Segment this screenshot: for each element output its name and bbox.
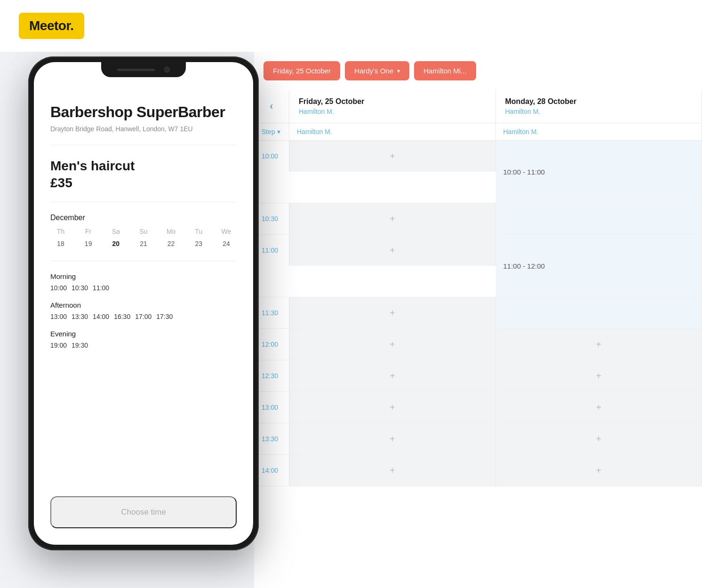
- cal-header-sa: Sa: [105, 228, 126, 235]
- month-label: December: [50, 214, 237, 222]
- slot-1000-col2: 10:00 - 11:00: [496, 141, 702, 203]
- time-label-1100: 11:00: [254, 235, 289, 266]
- plus-icon-1030: +: [390, 214, 395, 223]
- cal-header-su: Su: [133, 228, 154, 235]
- slot-1300-col2[interactable]: +: [496, 392, 702, 423]
- location-filter-label: Hardy's One: [354, 67, 393, 75]
- slot-1200-col1[interactable]: +: [289, 329, 496, 360]
- location-filter-pill[interactable]: Hardy's One ▾: [345, 61, 409, 80]
- afternoon-slot-4[interactable]: 16:30: [114, 313, 130, 320]
- cal-header-we: We: [216, 228, 237, 235]
- time-grid: 10:00 + 10:00 - 11:00 10:30 + 11:00: [254, 141, 702, 588]
- plus-icon-1230: +: [390, 371, 395, 381]
- time-row-1330: 13:30 + +: [254, 423, 702, 455]
- col2-staff: Hamilton M.: [505, 108, 693, 115]
- afternoon-slots: 13:00 13:30 14:00 16:30 17:00 17:30: [50, 313, 237, 320]
- morning-label: Morning: [50, 272, 237, 280]
- time-row-1200: 12:00 + +: [254, 329, 702, 360]
- slot-1300-col1[interactable]: +: [289, 392, 496, 423]
- main-content: Barbershop SuperBarber Drayton Bridge Ro…: [0, 52, 702, 588]
- cal-header-th: Th: [50, 228, 71, 235]
- plus-icon-1330-c2: +: [596, 434, 601, 444]
- time-label-1200: 12:00: [254, 329, 289, 360]
- time-label-1400: 14:00: [254, 455, 289, 486]
- cal-day-19: 19: [78, 238, 99, 249]
- divider-1: [50, 145, 237, 145]
- afternoon-slot-2[interactable]: 13:30: [72, 313, 88, 320]
- phone-outer: Barbershop SuperBarber Drayton Bridge Ro…: [28, 56, 259, 550]
- cal-day-23: 23: [188, 238, 209, 249]
- afternoon-label: Afternoon: [50, 301, 237, 309]
- afternoon-slot-5[interactable]: 17:00: [135, 313, 152, 320]
- evening-slot-1[interactable]: 19:00: [50, 342, 67, 349]
- phone-screen: Barbershop SuperBarber Drayton Bridge Ro…: [34, 62, 253, 545]
- afternoon-slot-3[interactable]: 14:00: [93, 313, 109, 320]
- cal-header-tu: Tu: [188, 228, 209, 235]
- evening-section: Evening 19:00 19:30: [50, 330, 237, 349]
- schedule-header: ‹ Friday, 25 October Hamilton M. Monday,…: [254, 90, 702, 123]
- plus-icon-1100: +: [390, 246, 395, 255]
- morning-slots: 10:00 10:30 11:00: [50, 284, 237, 292]
- phone-notch: [101, 62, 186, 77]
- step-label: Step: [262, 128, 275, 135]
- step-arrow-icon: ▾: [277, 128, 280, 135]
- notch-bar: [117, 69, 155, 71]
- status-bar: [50, 86, 237, 100]
- col2-header: Monday, 28 October Hamilton M.: [496, 90, 702, 123]
- logo-text: Meetor.: [29, 18, 74, 33]
- afternoon-slot-1[interactable]: 13:00: [50, 313, 67, 320]
- calendar-days-row: 18 19 20 21 22 23 24: [50, 238, 237, 249]
- slot-1400-col2[interactable]: +: [496, 455, 702, 486]
- slot-1130-col2: [496, 297, 702, 328]
- col1-date: Friday, 25 October: [299, 97, 486, 106]
- col1-staff: Hamilton M.: [299, 108, 486, 115]
- slot-1230-col1[interactable]: +: [289, 360, 496, 391]
- nav-back-cell[interactable]: ‹: [254, 90, 289, 123]
- schedule-panel: Friday, 25 October Hardy's One ▾ Hamilto…: [254, 52, 702, 588]
- slot-1130-col1[interactable]: +: [289, 297, 496, 328]
- cal-header-mo: Mo: [161, 228, 182, 235]
- afternoon-slot-6[interactable]: 17:30: [156, 313, 173, 320]
- time-row-1000: 10:00 + 10:00 - 11:00: [254, 141, 702, 203]
- service-name: Men's haircut: [50, 159, 237, 174]
- plus-icon-1130: +: [390, 308, 395, 318]
- slot-1100-col1[interactable]: +: [289, 235, 496, 266]
- morning-slot-3[interactable]: 11:00: [93, 284, 109, 292]
- slot-1330-col1[interactable]: +: [289, 423, 496, 454]
- time-label-1300: 13:00: [254, 392, 289, 423]
- cal-header-fr: Fr: [78, 228, 99, 235]
- cal-day-22: 22: [161, 238, 182, 249]
- plus-icon-1300: +: [390, 403, 395, 412]
- evening-slot-2[interactable]: 19:30: [72, 342, 88, 349]
- location-chevron-icon: ▾: [397, 68, 400, 74]
- morning-slot-2[interactable]: 10:30: [72, 284, 88, 292]
- morning-section: Morning 10:00 10:30 11:00: [50, 272, 237, 292]
- col1-header: Friday, 25 October Hamilton M.: [289, 90, 496, 123]
- choose-time-button[interactable]: Choose time: [50, 496, 237, 528]
- plus-icon-1200: +: [390, 340, 395, 349]
- plus-icon-1330: +: [390, 434, 395, 444]
- slot-1200-col2[interactable]: +: [496, 329, 702, 360]
- divider-3: [50, 261, 237, 261]
- shop-name: Barbershop SuperBarber: [50, 103, 237, 121]
- slot-1030-col2: [496, 203, 702, 234]
- slot-1400-col1[interactable]: +: [289, 455, 496, 486]
- phone-container: Barbershop SuperBarber Drayton Bridge Ro…: [28, 56, 259, 550]
- time-label-1230: 12:30: [254, 360, 289, 391]
- step-cell[interactable]: Step ▾: [254, 123, 289, 140]
- service-price: £35: [50, 175, 237, 191]
- col2-step-staff-label: Hamilton M.: [503, 128, 539, 135]
- slot-1030-col1[interactable]: +: [289, 203, 496, 234]
- slot-1230-col2[interactable]: +: [496, 360, 702, 391]
- slot-1000-col1[interactable]: +: [289, 141, 496, 172]
- time-row-1300: 13:00 + +: [254, 392, 702, 423]
- staff-filter-pill[interactable]: Hamilton Mi...: [414, 61, 476, 80]
- morning-slot-1[interactable]: 10:00: [50, 284, 67, 292]
- nav-back-icon: ‹: [270, 100, 273, 112]
- date-filter-pill[interactable]: Friday, 25 October: [263, 61, 340, 80]
- cal-day-21: 21: [133, 238, 154, 249]
- calendar-header-row: Th Fr Sa Su Mo Tu We: [50, 228, 237, 235]
- slot-1330-col2[interactable]: +: [496, 423, 702, 454]
- time-label-1130: 11:30: [254, 297, 289, 328]
- time-row-1030: 10:30 +: [254, 203, 702, 235]
